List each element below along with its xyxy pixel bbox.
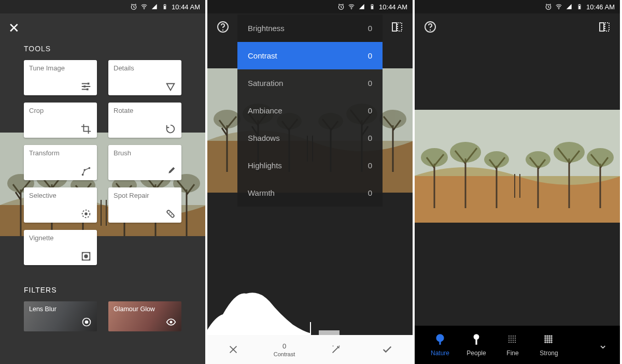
- signal-icon: [151, 3, 158, 10]
- signal-icon: [358, 3, 365, 10]
- svg-point-78: [550, 341, 553, 343]
- preset-nature[interactable]: Nature: [422, 333, 458, 357]
- svg-point-72: [546, 339, 548, 341]
- compare-button[interactable]: [391, 21, 403, 35]
- svg-point-51: [508, 338, 510, 339]
- battery-icon: [161, 3, 168, 10]
- svg-point-48: [511, 336, 512, 337]
- status-time: 10:44 AM: [172, 3, 200, 11]
- tool-tune-image[interactable]: Tune Image: [24, 60, 97, 95]
- svg-rect-46: [319, 330, 340, 335]
- svg-point-66: [550, 335, 553, 337]
- alarm-icon: [545, 3, 552, 10]
- battery-icon: [369, 3, 376, 10]
- histogram: [207, 286, 413, 335]
- wifi-icon: [140, 3, 148, 10]
- toolbar: ✕: [0, 13, 205, 42]
- tools-heading: TOOLS: [0, 42, 205, 60]
- current-adjustment[interactable]: 0 Contrast: [259, 335, 310, 364]
- adjustment-list[interactable]: Brightness 0 Contrast 0 Saturation 0 Amb…: [237, 14, 383, 207]
- selective-icon: [80, 208, 92, 220]
- dots-strong-icon: [542, 333, 556, 346]
- aperture-icon: [81, 317, 92, 327]
- compare-button[interactable]: [598, 21, 611, 35]
- eye-icon: [166, 317, 176, 327]
- image-canvas[interactable]: Brightness 0 Contrast 0 Saturation 0 Amb…: [207, 68, 413, 193]
- svg-point-67: [544, 337, 546, 339]
- edited-image: [415, 110, 620, 223]
- signal-icon: [566, 3, 573, 10]
- apply-button[interactable]: [361, 335, 413, 364]
- svg-rect-45: [310, 322, 311, 335]
- wifi-icon: [348, 3, 355, 10]
- svg-point-70: [550, 337, 553, 339]
- alarm-icon: [130, 3, 137, 10]
- tool-rotate[interactable]: Rotate: [108, 103, 181, 138]
- dots-fine-icon: [506, 333, 519, 346]
- rotate-icon: [165, 123, 176, 135]
- tool-transform[interactable]: Transform: [24, 145, 97, 180]
- adjustment-contrast[interactable]: Contrast 0: [237, 42, 383, 69]
- collapse-button[interactable]: ⌄: [593, 338, 613, 352]
- svg-point-52: [511, 338, 512, 339]
- svg-point-58: [515, 340, 516, 341]
- status-bar: 10:44 AM: [0, 0, 205, 13]
- preset-bar: Nature People Fine: [415, 326, 620, 364]
- cancel-button[interactable]: [207, 335, 259, 364]
- help-button[interactable]: [424, 21, 436, 35]
- svg-point-68: [546, 337, 548, 339]
- filter-lens-blur[interactable]: Lens Blur: [24, 301, 97, 331]
- tool-brush[interactable]: Brush: [108, 145, 181, 180]
- close-button[interactable]: ✕: [8, 21, 20, 35]
- svg-point-60: [511, 342, 512, 343]
- transform-icon: [80, 166, 92, 177]
- battery-icon: [576, 3, 583, 10]
- person-icon: [470, 333, 483, 346]
- svg-point-74: [550, 339, 553, 341]
- preset-people[interactable]: People: [458, 333, 494, 357]
- adjustment-warmth[interactable]: Warmth 0: [237, 179, 383, 207]
- sliders-icon: [80, 81, 92, 92]
- alarm-icon: [337, 3, 345, 10]
- svg-point-53: [513, 338, 514, 339]
- tool-selective[interactable]: Selective: [24, 187, 97, 223]
- adjustment-shadows[interactable]: Shadows 0: [237, 124, 383, 152]
- svg-point-73: [548, 339, 550, 341]
- adjustment-brightness[interactable]: Brightness 0: [237, 14, 383, 42]
- screen-presets: 10:46 AM Nature People Fine: [415, 0, 620, 364]
- adjustment-saturation[interactable]: Saturation 0: [237, 69, 383, 97]
- status-bar: 10:44 AM: [207, 0, 413, 13]
- tool-spot-repair[interactable]: Spot Repair: [108, 187, 181, 223]
- svg-point-75: [544, 341, 546, 343]
- svg-point-54: [515, 338, 516, 339]
- screen-tools: 10:44 AM ✕ TOOLS Tune Image Details Crop…: [0, 0, 205, 364]
- svg-point-65: [548, 335, 550, 337]
- triangle-down-icon: [165, 81, 176, 92]
- screen-tune-image: 10:44 AM Brightness 0 Contrast 0 Saturat…: [207, 0, 413, 364]
- bandage-icon: [165, 208, 176, 220]
- filter-glamour-glow[interactable]: Glamour Glow: [108, 301, 181, 331]
- tool-vignette[interactable]: Vignette: [24, 230, 97, 265]
- svg-point-71: [544, 339, 546, 341]
- bottom-bar: 0 Contrast: [207, 335, 413, 364]
- help-button[interactable]: [217, 21, 229, 35]
- tree-icon: [433, 333, 447, 346]
- status-time: 10:46 AM: [586, 3, 615, 11]
- svg-point-47: [508, 336, 510, 337]
- svg-point-57: [513, 340, 514, 341]
- preset-fine[interactable]: Fine: [494, 333, 531, 357]
- svg-point-59: [508, 342, 510, 343]
- adjustment-highlights[interactable]: Highlights 0: [237, 152, 383, 179]
- svg-point-69: [548, 337, 550, 339]
- tool-crop[interactable]: Crop: [24, 103, 97, 138]
- auto-button[interactable]: [310, 335, 361, 364]
- svg-point-63: [544, 335, 546, 337]
- vignette-icon: [80, 251, 92, 262]
- svg-point-77: [548, 341, 550, 343]
- image-canvas[interactable]: [415, 110, 620, 223]
- svg-point-56: [511, 340, 512, 341]
- adjustment-ambiance[interactable]: Ambiance 0: [237, 97, 383, 124]
- filter-row: Lens Blur Glamour Glow: [0, 301, 205, 331]
- tool-details[interactable]: Details: [108, 60, 181, 95]
- preset-strong[interactable]: Strong: [531, 333, 567, 357]
